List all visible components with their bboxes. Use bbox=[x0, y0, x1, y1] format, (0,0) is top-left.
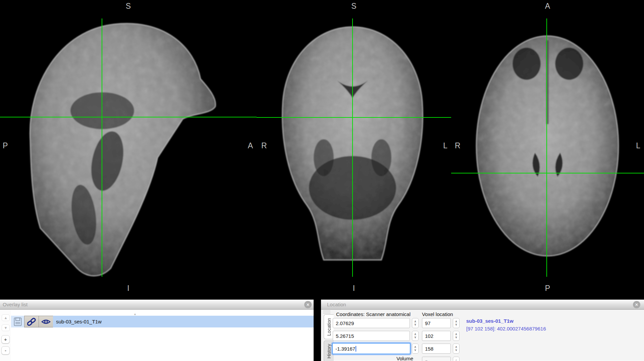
orientation-label-posterior: P bbox=[3, 142, 8, 150]
sagittal-canvas[interactable]: S I P A bbox=[0, 0, 257, 300]
link-icon bbox=[27, 318, 36, 326]
world-z-stepper[interactable]: ∧∨ bbox=[412, 344, 419, 354]
sagittal-crosshair-horizontal bbox=[0, 117, 257, 117]
close-icon[interactable]: × bbox=[633, 301, 640, 308]
axial-crosshair-horizontal bbox=[451, 173, 644, 173]
voxel-x-field[interactable]: 97 bbox=[422, 318, 451, 328]
location-titlebar[interactable]: Location × bbox=[321, 300, 644, 310]
location-content: Location History Coordinates: Scanner an… bbox=[321, 310, 644, 361]
readout-voxel-value: [97 102 158]: 402.00027456879616 bbox=[466, 325, 546, 332]
save-icon bbox=[14, 317, 22, 326]
voxel-y-field[interactable]: 102 bbox=[422, 331, 451, 341]
world-z-field[interactable]: -1.39167 bbox=[332, 343, 411, 354]
sagittal-crosshair-vertical bbox=[102, 18, 102, 277]
sort-indicator-icon: ▲ bbox=[133, 312, 137, 316]
move-overlay-up-button[interactable]: ▲ bbox=[2, 314, 10, 321]
axial-crosshair-vertical bbox=[546, 18, 547, 277]
overlay-list-controls: ▲ ▼ + - bbox=[0, 310, 11, 361]
save-overlay-button[interactable] bbox=[11, 316, 24, 327]
orientation-label-superior: S bbox=[126, 2, 131, 10]
eye-icon bbox=[41, 318, 51, 325]
panel-title: Overlay list bbox=[3, 302, 28, 307]
volume-field: 0 bbox=[422, 357, 451, 361]
orientation-label-posterior: P bbox=[545, 285, 550, 292]
fsleyes-window: S I P A bbox=[0, 0, 644, 361]
voxel-z-field[interactable]: 158 bbox=[422, 344, 451, 354]
text-caret bbox=[356, 346, 356, 352]
toggle-visibility-button[interactable] bbox=[39, 316, 53, 327]
panel-gripper bbox=[323, 311, 330, 313]
voxel-y-stepper[interactable]: ∧∨ bbox=[453, 331, 460, 341]
move-overlay-down-button[interactable]: ▼ bbox=[2, 324, 10, 331]
world-y-field[interactable]: 5.26715 bbox=[333, 331, 410, 341]
coronal-canvas[interactable]: S I R L bbox=[257, 0, 451, 300]
overlay-list-panel: Overlay list × ▲ ▼ + - ▲ bbox=[0, 300, 314, 361]
orientation-label-right: R bbox=[261, 142, 267, 150]
orientation-label-inferior: I bbox=[127, 285, 129, 292]
coronal-crosshair-vertical bbox=[352, 18, 353, 277]
coronal-brain-image bbox=[257, 0, 451, 300]
world-coords-heading: Coordinates: Scanner anatomical bbox=[336, 311, 411, 317]
orientation-label-left: L bbox=[636, 142, 640, 150]
orientation-label-anterior: A bbox=[545, 2, 550, 10]
location-panel: Location × Location History Coordinates:… bbox=[321, 300, 644, 361]
overlay-list-titlebar[interactable]: Overlay list × bbox=[0, 300, 314, 310]
voxel-value-readout: sub-03_ses-01_T1w [97 102 158]: 402.0002… bbox=[466, 317, 546, 333]
orientation-label-superior: S bbox=[351, 2, 356, 10]
orientation-label-right: R bbox=[455, 142, 461, 150]
add-overlay-button[interactable]: + bbox=[1, 335, 10, 344]
coronal-crosshair-horizontal bbox=[257, 117, 451, 118]
world-x-field[interactable]: 2.07629 bbox=[333, 318, 410, 328]
volume-stepper: ∧∨ bbox=[453, 357, 460, 361]
axial-brain-image bbox=[451, 0, 644, 300]
panel-title: Location bbox=[327, 302, 346, 307]
voxel-location-heading: Voxel location bbox=[422, 311, 453, 317]
close-icon[interactable]: × bbox=[304, 301, 312, 308]
world-x-stepper[interactable]: ∧∨ bbox=[412, 318, 419, 328]
world-y-stepper[interactable]: ∧∨ bbox=[412, 331, 419, 341]
overlay-name-label: sub-03_ses-01_T1w bbox=[53, 316, 314, 327]
voxel-z-stepper[interactable]: ∧∨ bbox=[453, 344, 460, 354]
link-overlay-button[interactable] bbox=[24, 316, 39, 327]
overlay-list-content: ▲ ▼ + - ▲ bbox=[0, 310, 314, 361]
ortho-view-grid: S I P A bbox=[0, 0, 644, 300]
voxel-x-stepper[interactable]: ∧∨ bbox=[453, 318, 460, 328]
orientation-label-left: L bbox=[443, 142, 447, 150]
overlay-list-item[interactable]: sub-03_ses-01_T1w bbox=[11, 316, 314, 327]
tab-location[interactable]: Location bbox=[324, 314, 334, 339]
axial-canvas[interactable]: A P R L bbox=[451, 0, 644, 300]
readout-overlay-name: sub-03_ses-01_T1w bbox=[466, 317, 546, 325]
volume-label: Volume bbox=[396, 356, 413, 361]
remove-overlay-button[interactable]: - bbox=[1, 346, 10, 355]
sagittal-brain-image bbox=[0, 0, 257, 300]
orientation-label-inferior: I bbox=[353, 285, 355, 292]
orientation-label-anterior: A bbox=[248, 142, 253, 150]
